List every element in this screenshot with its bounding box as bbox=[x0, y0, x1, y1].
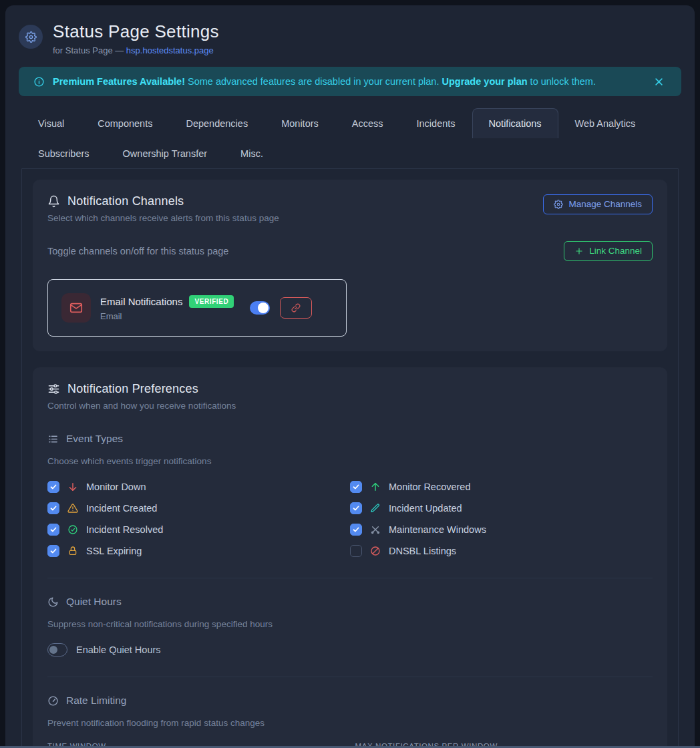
checkbox[interactable] bbox=[350, 481, 362, 493]
tab-incidents[interactable]: Incidents bbox=[400, 108, 472, 138]
warning-triangle-icon bbox=[67, 503, 79, 514]
prohibited-icon bbox=[369, 546, 381, 556]
event-ssl-expiring[interactable]: SSL Expiring bbox=[47, 544, 350, 558]
event-monitor-down[interactable]: Monitor Down bbox=[47, 480, 350, 494]
event-incident-created[interactable]: Incident Created bbox=[47, 502, 350, 515]
tab-components[interactable]: Components bbox=[81, 108, 169, 138]
email-channel-toggle[interactable] bbox=[250, 301, 270, 315]
arrow-up-icon bbox=[369, 482, 381, 492]
channels-heading: Notification Channels bbox=[47, 194, 279, 208]
checkbox[interactable] bbox=[47, 481, 59, 493]
rate-limiting-heading: Rate Limiting bbox=[47, 695, 653, 707]
checkbox[interactable] bbox=[47, 545, 59, 557]
tab-web-analytics[interactable]: Web Analytics bbox=[558, 108, 653, 138]
gear-icon bbox=[554, 200, 563, 209]
lock-icon bbox=[67, 546, 79, 556]
event-monitor-recovered[interactable]: Monitor Recovered bbox=[350, 480, 653, 494]
checkbox[interactable] bbox=[350, 545, 362, 557]
settings-tab-bar: Visual Components Dependencies Monitors … bbox=[5, 108, 695, 168]
event-dnsbl-listings[interactable]: DNSBL Listings bbox=[350, 544, 653, 558]
event-incident-updated[interactable]: Incident Updated bbox=[350, 502, 653, 515]
tab-monitors[interactable]: Monitors bbox=[265, 108, 335, 138]
link-channel-button[interactable]: Link Channel bbox=[564, 241, 653, 261]
event-types-heading: Event Types bbox=[47, 433, 653, 445]
page-header: Status Page Settings for Status Page — h… bbox=[5, 5, 695, 55]
verified-badge: VERIFIED bbox=[189, 295, 234, 308]
info-icon bbox=[33, 76, 45, 87]
plus-icon bbox=[574, 246, 584, 256]
unlink-channel-button[interactable] bbox=[280, 297, 312, 319]
manage-channels-button[interactable]: Manage Channels bbox=[543, 194, 653, 214]
preferences-heading: Notification Preferences bbox=[47, 382, 653, 396]
quiet-hours-toggle-label: Enable Quiet Hours bbox=[76, 644, 161, 655]
notification-channels-card: Notification Channels Select which chann… bbox=[33, 180, 667, 351]
channels-toggle-hint: Toggle channels on/off for this status p… bbox=[47, 246, 228, 256]
sliders-icon bbox=[47, 383, 60, 395]
channel-controls bbox=[250, 297, 312, 319]
premium-banner: Premium Features Available! Some advance… bbox=[19, 67, 681, 96]
arrow-down-icon bbox=[67, 482, 79, 492]
check-circle-icon bbox=[67, 524, 79, 535]
chain-link-icon bbox=[291, 303, 301, 313]
status-page-url-link[interactable]: hsp.hostedstatus.page bbox=[126, 45, 214, 55]
tab-subscribers[interactable]: Subscribers bbox=[21, 138, 106, 168]
enable-quiet-hours-toggle[interactable] bbox=[47, 643, 67, 657]
checkbox[interactable] bbox=[350, 524, 362, 536]
bell-icon bbox=[47, 195, 60, 208]
close-icon[interactable] bbox=[651, 74, 667, 89]
banner-text: Premium Features Available! Some advance… bbox=[53, 76, 596, 87]
status-page-settings-app: Status Page Settings for Status Page — h… bbox=[5, 5, 695, 748]
notifications-tab-panel: Notification Channels Select which chann… bbox=[21, 168, 679, 748]
tab-access[interactable]: Access bbox=[335, 108, 400, 138]
quiet-hours-description: Suppress non-critical notifications duri… bbox=[47, 619, 653, 629]
channel-name: Email Notifications bbox=[100, 296, 182, 307]
page-subtitle: for Status Page — hsp.hostedstatus.page bbox=[53, 45, 219, 55]
preferences-subtitle: Control when and how you receive notific… bbox=[47, 401, 653, 411]
tab-misc[interactable]: Misc. bbox=[224, 138, 280, 168]
event-types-section: Event Types Choose which events trigger … bbox=[47, 433, 653, 558]
channel-info: Email Notifications VERIFIED Email bbox=[100, 295, 234, 321]
channel-type: Email bbox=[100, 311, 234, 321]
tab-notifications[interactable]: Notifications bbox=[472, 108, 558, 138]
event-types-grid: Monitor Down Monitor Recovered Incident … bbox=[47, 480, 653, 558]
tab-ownership-transfer[interactable]: Ownership Transfer bbox=[106, 138, 224, 168]
tools-icon bbox=[369, 524, 381, 535]
envelope-icon bbox=[61, 293, 91, 323]
quiet-hours-heading: Quiet Hours bbox=[47, 596, 653, 608]
checkbox[interactable] bbox=[47, 502, 59, 514]
event-maintenance-windows[interactable]: Maintenance Windows bbox=[350, 523, 653, 536]
section-divider bbox=[47, 578, 653, 578]
tab-visual[interactable]: Visual bbox=[21, 108, 81, 138]
email-channel-card: Email Notifications VERIFIED Email bbox=[47, 279, 347, 337]
checkbox[interactable] bbox=[350, 502, 362, 514]
gauge-icon bbox=[47, 695, 59, 707]
rate-limiting-section: Rate Limiting Prevent notification flood… bbox=[47, 695, 653, 748]
channels-subtitle: Select which channels receive alerts fro… bbox=[47, 213, 279, 223]
pencil-icon bbox=[369, 503, 381, 514]
checkbox[interactable] bbox=[47, 524, 59, 536]
event-incident-resolved[interactable]: Incident Resolved bbox=[47, 523, 350, 536]
rate-limiting-description: Prevent notification flooding from rapid… bbox=[47, 718, 653, 728]
section-divider bbox=[47, 677, 653, 677]
tab-dependencies[interactable]: Dependencies bbox=[169, 108, 265, 138]
page-title-block: Status Page Settings for Status Page — h… bbox=[53, 21, 219, 55]
event-types-description: Choose which events trigger notification… bbox=[47, 456, 653, 466]
channels-heading-block: Notification Channels Select which chann… bbox=[47, 194, 279, 223]
list-icon bbox=[47, 433, 59, 445]
gear-icon bbox=[19, 25, 43, 49]
upgrade-plan-link[interactable]: Upgrade your plan bbox=[442, 76, 527, 87]
quiet-hours-section: Quiet Hours Suppress non-critical notifi… bbox=[47, 596, 653, 657]
moon-icon bbox=[47, 596, 59, 608]
notification-preferences-card: Notification Preferences Control when an… bbox=[33, 367, 667, 748]
page-title: Status Page Settings bbox=[53, 21, 219, 42]
